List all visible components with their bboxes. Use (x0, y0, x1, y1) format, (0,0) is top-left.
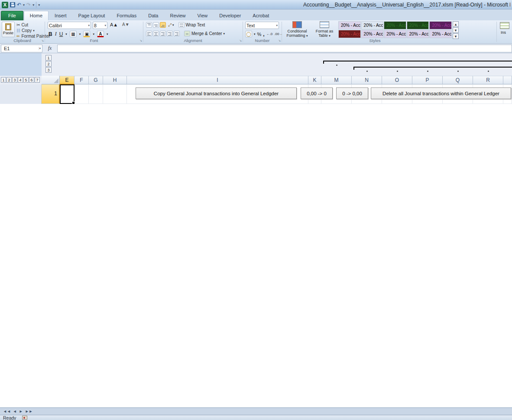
fill-color-button[interactable]: ▣ (83, 31, 90, 37)
column-outline-level-3[interactable]: 3 (45, 67, 52, 73)
next-sheet-button[interactable]: ► (19, 409, 23, 414)
row-outline-level-1[interactable]: 1 (1, 77, 6, 83)
column-header-E[interactable]: E (60, 76, 75, 84)
cell-style-swatch[interactable]: 20% - Accent... (407, 21, 429, 29)
insert-cells-icon[interactable] (500, 22, 509, 29)
row-outline-level-5[interactable]: 5 (23, 77, 29, 83)
row-outline-level-6[interactable]: 6 (29, 77, 34, 83)
paste-button[interactable]: Paste (2, 22, 15, 37)
column-header-R[interactable]: R (473, 76, 503, 84)
bottom-align-icon[interactable] (160, 22, 166, 28)
shrink-font-button[interactable]: A▼ (122, 22, 130, 27)
comma-style-icon[interactable]: , (263, 31, 264, 37)
ribbon-tab-file[interactable]: File (1, 11, 23, 20)
grow-font-button[interactable]: A▲ (110, 22, 118, 27)
cell-style-swatch[interactable]: 20% - Accent... (407, 30, 429, 38)
undo-dropdown-icon[interactable]: ▾ (23, 3, 25, 7)
increase-indent-icon[interactable] (174, 31, 180, 36)
fx-icon[interactable]: fx (42, 45, 57, 52)
cell-style-swatch[interactable]: 20% - Accent... (429, 30, 452, 38)
cell-style-swatch[interactable]: 20% - Accent... (384, 21, 406, 29)
clipboard-dialog-launcher[interactable]: ↘ (41, 39, 44, 42)
macro-button[interactable]: 0,00 -> 0 (301, 87, 333, 99)
ribbon-tab-insert[interactable]: Insert (49, 11, 72, 20)
select-all-corner[interactable] (42, 76, 60, 84)
macro-button[interactable]: Copy General Journal transactions into G… (136, 87, 297, 99)
font-dialog-launcher[interactable]: ↘ (139, 39, 142, 42)
macro-button[interactable]: 0 -> 0,00 (336, 87, 368, 99)
column-header-F[interactable]: F (75, 76, 89, 84)
macro-record-icon[interactable] (22, 416, 27, 420)
cell[interactable] (75, 84, 89, 104)
ribbon-tab-data[interactable]: Data (143, 11, 164, 20)
bold-button[interactable]: B (49, 31, 52, 37)
qat-customize-icon[interactable]: ▾ (38, 3, 40, 7)
row-outline-level-2[interactable]: 2 (6, 77, 12, 83)
column-outline-level-1[interactable]: 1 (45, 55, 52, 61)
row-outline-level-7[interactable]: 7 (35, 77, 40, 83)
font-name-combo[interactable]: Calibri▾ (48, 22, 91, 29)
save-icon[interactable] (10, 2, 15, 7)
align-center-icon[interactable] (153, 31, 159, 36)
redo-icon[interactable]: ↷ (26, 2, 31, 8)
ribbon-tab-developer[interactable]: Developer (214, 11, 246, 20)
align-right-icon[interactable] (160, 31, 166, 36)
ribbon-tab-home[interactable]: Home (24, 11, 49, 20)
accounting-format-icon[interactable]: ◯ (245, 31, 252, 37)
gallery-scroll-down[interactable]: ▾ (453, 27, 459, 33)
row-outline-level-4[interactable]: 4 (18, 77, 23, 83)
row-header-1[interactable]: 1 (42, 84, 60, 104)
redo-dropdown-icon[interactable]: ▾ (32, 3, 34, 7)
underline-button[interactable]: U (59, 31, 63, 37)
last-sheet-button[interactable]: ►► (25, 409, 33, 414)
undo-icon[interactable]: ↶ (17, 2, 21, 8)
ribbon-tab-view[interactable]: View (192, 11, 214, 20)
format-as-table-button[interactable]: Format as Table ▾ (312, 21, 337, 38)
active-cell-E1[interactable] (60, 84, 75, 104)
cell-style-swatch[interactable]: 20% - Accent... (384, 30, 406, 38)
decrease-indent-icon[interactable] (167, 31, 173, 36)
prev-sheet-button[interactable]: ◄ (13, 409, 17, 414)
column-header-G[interactable]: G (89, 76, 103, 84)
align-left-icon[interactable] (146, 31, 152, 36)
alignment-dialog-launcher[interactable]: ↘ (239, 39, 242, 42)
orientation-icon[interactable]: ⤢ (168, 23, 172, 28)
cell-style-swatch[interactable]: 20% - Accent... (338, 30, 361, 38)
cell[interactable] (103, 84, 127, 104)
column-header-O[interactable]: O (382, 76, 412, 84)
number-dialog-launcher[interactable]: ↘ (278, 39, 281, 42)
middle-align-icon[interactable] (153, 22, 159, 28)
increase-decimal-icon[interactable]: ←.0 (266, 32, 273, 36)
cell-style-swatch[interactable]: 20% - Accent... (361, 21, 384, 29)
column-header-M[interactable]: M (321, 76, 352, 84)
ribbon-tab-acrobat[interactable]: Acrobat (247, 11, 275, 20)
ribbon-tab-formulas[interactable]: Formulas (111, 11, 142, 20)
column-header-N[interactable]: N (352, 76, 382, 84)
font-size-combo[interactable]: 8▾ (93, 22, 107, 29)
italic-button[interactable]: I (55, 31, 57, 37)
font-color-button[interactable]: A (97, 31, 104, 37)
conditional-formatting-button[interactable]: Conditional Formatting ▾ (284, 21, 311, 38)
ribbon-tab-page-layout[interactable]: Page Layout (73, 11, 111, 20)
cell-style-swatch[interactable]: 20% - Accent... (361, 30, 384, 38)
merge-center-button[interactable]: Merge & Center▾ (184, 31, 225, 36)
cell[interactable] (89, 84, 103, 104)
top-align-icon[interactable] (146, 22, 152, 28)
ribbon-tab-review[interactable]: Review (164, 11, 191, 20)
gallery-scroll-up[interactable]: ▴ (453, 21, 459, 27)
column-header-K[interactable]: K (308, 76, 321, 84)
first-sheet-button[interactable]: ◄◄ (3, 409, 11, 414)
excel-app-icon[interactable]: X (2, 2, 8, 8)
column-header-P[interactable]: P (412, 76, 443, 84)
wrap-text-button[interactable]: Wrap Text (178, 22, 205, 28)
column-header-H[interactable]: H (103, 76, 127, 84)
row-outline-level-3[interactable]: 3 (12, 77, 17, 83)
column-outline-level-2[interactable]: 2 (45, 61, 52, 67)
percent-style-icon[interactable]: % (257, 32, 262, 37)
name-box[interactable]: E1▾ (1, 45, 42, 52)
cell-style-swatch[interactable]: 20% - Accent... (338, 21, 361, 29)
macro-button[interactable]: Delete all Journal transactions within G… (371, 87, 511, 99)
column-header-partial[interactable] (503, 76, 512, 84)
cell-style-swatch[interactable]: 20% - Accent... (429, 21, 452, 29)
number-format-combo[interactable]: Text▾ (245, 22, 279, 29)
